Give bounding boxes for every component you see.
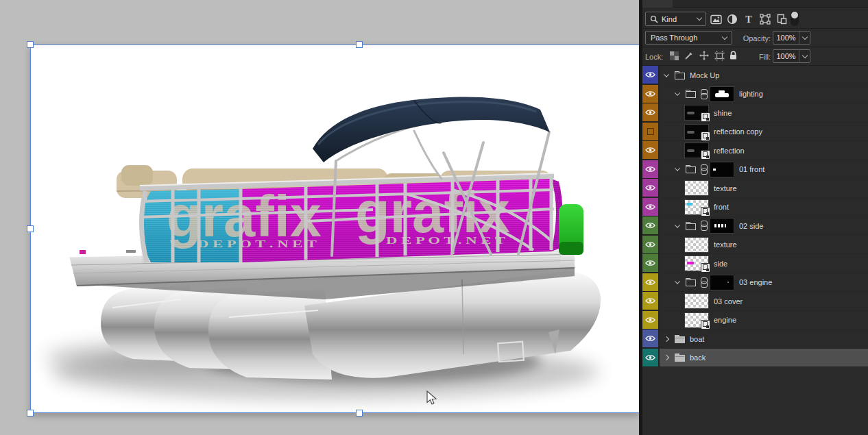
- smart-object-filter-icon[interactable]: [775, 13, 788, 25]
- layer-mask-thumbnail[interactable]: [710, 275, 734, 290]
- layer-name[interactable]: back: [690, 353, 706, 362]
- visibility-toggle[interactable]: [642, 141, 660, 160]
- layer-name[interactable]: front: [714, 203, 729, 211]
- lock-paint-icon[interactable]: [684, 50, 695, 61]
- shape-layer-filter-icon[interactable]: [759, 13, 771, 25]
- layer-thumbnail[interactable]: [685, 143, 708, 158]
- blend-mode-dropdown[interactable]: Pass Through: [645, 31, 732, 45]
- visibility-toggle[interactable]: [642, 330, 660, 348]
- layer-mask-thumbnail[interactable]: [710, 87, 734, 101]
- layer-row[interactable]: 02 side: [642, 216, 868, 236]
- transform-handle-bottom-center[interactable]: [356, 410, 363, 417]
- visibility-toggle[interactable]: [642, 160, 660, 179]
- visibility-toggle[interactable]: [642, 273, 660, 292]
- layer-row[interactable]: 03 engine: [642, 273, 868, 293]
- layer-row[interactable]: front: [642, 198, 868, 217]
- visibility-toggle[interactable]: [642, 66, 660, 84]
- opacity-input[interactable]: 100%: [773, 31, 810, 45]
- layer-mask-thumbnail[interactable]: [710, 219, 734, 233]
- smart-object-badge: [701, 321, 710, 329]
- transform-handle-bottom-left[interactable]: [27, 410, 34, 417]
- lock-move-icon[interactable]: [699, 50, 710, 61]
- layer-row[interactable]: engine: [642, 311, 868, 330]
- visibility-toggle[interactable]: [642, 179, 660, 197]
- layer-name[interactable]: 03 engine: [739, 278, 772, 286]
- layer-name[interactable]: 01 front: [739, 165, 764, 173]
- chevron-icon[interactable]: [664, 336, 669, 341]
- visibility-toggle[interactable]: [642, 254, 660, 273]
- layer-row[interactable]: lighting: [642, 85, 868, 104]
- lock-artboard-icon[interactable]: [714, 50, 725, 61]
- visibility-toggle[interactable]: [642, 349, 660, 367]
- layer-row[interactable]: 01 front: [642, 160, 868, 179]
- lock-transparency-icon[interactable]: [668, 50, 679, 61]
- fill-dropdown-button[interactable]: [799, 50, 810, 62]
- visibility-toggle[interactable]: [642, 85, 660, 103]
- transform-handle-top-left[interactable]: [27, 41, 34, 48]
- layer-row[interactable]: back: [642, 349, 868, 368]
- layer-name[interactable]: Mock Up: [690, 71, 719, 79]
- layer-row[interactable]: texture: [642, 179, 868, 198]
- visibility-toggle[interactable]: [642, 198, 660, 216]
- transform-edge-top[interactable]: [30, 45, 639, 45]
- fill-input[interactable]: 100%: [773, 49, 810, 63]
- layer-thumbnail[interactable]: [685, 105, 708, 120]
- layer-row[interactable]: reflection: [642, 141, 868, 160]
- layer-name[interactable]: reflection copy: [714, 127, 762, 136]
- chevron-icon[interactable]: [664, 71, 669, 77]
- layer-row[interactable]: texture: [642, 236, 868, 255]
- layer-name[interactable]: lighting: [739, 90, 763, 98]
- visibility-toggle[interactable]: [642, 311, 660, 330]
- chevron-icon[interactable]: [675, 278, 680, 284]
- layer-row[interactable]: Mock Up: [642, 66, 868, 85]
- visibility-toggle[interactable]: [642, 123, 660, 141]
- eye-icon: [645, 354, 655, 361]
- layer-row[interactable]: shine: [642, 103, 868, 123]
- layer-row[interactable]: reflection copy: [642, 123, 868, 142]
- layer-thumbnail[interactable]: [685, 256, 708, 271]
- layer-mask-thumbnail[interactable]: [710, 162, 734, 177]
- visibility-toggle[interactable]: [642, 292, 660, 310]
- layer-thumbnail[interactable]: [685, 294, 708, 308]
- layer-name[interactable]: shine: [714, 109, 732, 117]
- layer-filter-toggle[interactable]: [791, 11, 799, 26]
- layer-name[interactable]: 03 cover: [714, 297, 743, 306]
- transform-handle-top-center[interactable]: [356, 41, 363, 48]
- photoshop-window: grafix D E P O T . N E T grafix D E P O …: [0, 0, 868, 435]
- fill-value[interactable]: 100%: [773, 50, 799, 62]
- chevron-icon[interactable]: [664, 355, 669, 360]
- transform-edge-bottom[interactable]: [30, 412, 639, 413]
- layer-name[interactable]: 02 side: [739, 222, 763, 230]
- type-layer-filter-icon[interactable]: T: [743, 13, 755, 25]
- layer-name[interactable]: texture: [714, 240, 737, 249]
- layers-tab[interactable]: [642, 0, 673, 8]
- layer-row[interactable]: 03 cover: [642, 292, 868, 311]
- layer-thumbnail[interactable]: [685, 313, 708, 327]
- layer-row[interactable]: boat: [642, 330, 868, 349]
- visibility-toggle[interactable]: [642, 216, 660, 235]
- document-canvas[interactable]: grafix D E P O T . N E T grafix D E P O …: [30, 45, 639, 413]
- opacity-value[interactable]: 100%: [773, 32, 799, 44]
- layer-thumbnail[interactable]: [685, 200, 708, 214]
- layer-name[interactable]: engine: [714, 316, 736, 324]
- transform-handle-left-center[interactable]: [27, 225, 34, 232]
- opacity-dropdown-button[interactable]: [799, 32, 810, 44]
- layer-thumbnail[interactable]: [685, 238, 708, 252]
- visibility-toggle[interactable]: [642, 236, 660, 254]
- lock-all-icon[interactable]: [727, 50, 738, 61]
- layer-name[interactable]: side: [714, 260, 727, 268]
- folder-icon: [686, 223, 696, 230]
- layer-thumbnail[interactable]: [685, 125, 708, 139]
- layer-name[interactable]: reflection: [714, 147, 745, 155]
- layer-name[interactable]: texture: [714, 184, 737, 192]
- layer-row[interactable]: side: [642, 254, 868, 273]
- chevron-icon[interactable]: [675, 90, 680, 95]
- layer-thumbnail[interactable]: [685, 181, 708, 195]
- visibility-toggle[interactable]: [642, 103, 660, 122]
- pixel-layer-filter-icon[interactable]: [710, 13, 722, 25]
- chevron-icon[interactable]: [675, 165, 680, 171]
- chevron-icon[interactable]: [675, 222, 680, 227]
- layer-name[interactable]: boat: [690, 335, 704, 343]
- adjustment-layer-filter-icon[interactable]: [726, 13, 738, 25]
- filter-kind-dropdown[interactable]: Kind: [645, 12, 706, 26]
